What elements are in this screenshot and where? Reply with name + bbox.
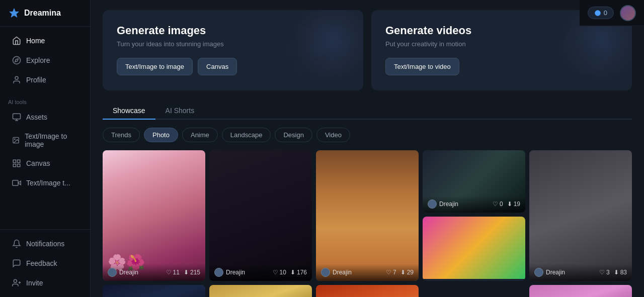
canvas-icon — [12, 159, 21, 168]
nav-text-image[interactable]: Text/Image to image — [4, 127, 86, 153]
main-nav: Home Explore Profile — [0, 27, 90, 94]
image-2-likes: ♡ 10 — [273, 269, 286, 276]
tab-ai-shorts[interactable]: AI Shorts — [155, 103, 205, 120]
svg-point-23 — [318, 49, 347, 78]
bottom-col-4 — [423, 285, 525, 297]
coin-badge[interactable]: 0 — [588, 7, 614, 19]
header-right: 0 — [580, 0, 644, 26]
image-3-avatar — [321, 268, 330, 277]
image-1: 🌸🌺 — [103, 150, 205, 281]
text-image-to-image-btn[interactable]: Text/Image to image — [117, 58, 193, 75]
image-1-likes: ♡ 11 — [166, 269, 180, 276]
nav-profile[interactable]: Profile — [4, 70, 86, 89]
nav-assets[interactable]: Assets — [4, 108, 86, 127]
explore-icon — [12, 56, 21, 65]
bell-icon — [12, 239, 21, 248]
svg-point-28 — [561, 24, 612, 74]
filter-design[interactable]: Design — [275, 128, 312, 142]
image-4-stats: ♡ 0 ⬇ 19 — [493, 201, 520, 208]
image-5-overlay: Dreajin ♡ 3 ⬇ 83 — [529, 264, 632, 281]
nav-explore[interactable]: Explore — [4, 51, 86, 70]
tools-nav: Assets Text/Image to image Canvas — [0, 107, 90, 193]
svg-point-19 — [303, 34, 333, 64]
image-2-username: Dreajin — [226, 269, 245, 276]
filter-video[interactable]: Video — [316, 128, 350, 142]
bottom-card-3[interactable] — [316, 285, 419, 297]
logo-container: Dreamina — [0, 0, 90, 27]
flower-decoration — [288, 19, 348, 79]
nav-text-image-2-label: Text/Image t... — [26, 179, 70, 187]
image-card-5[interactable]: Dreajin ♡ 3 ⬇ 83 — [529, 150, 632, 281]
image-1-overlay: Dreajin ♡ 11 ⬇ 215 — [103, 264, 205, 281]
image-card-4[interactable]: Dreajin ♡ 0 ⬇ 19 — [423, 150, 525, 213]
svg-point-26 — [288, 42, 310, 57]
filter-anime[interactable]: Anime — [182, 128, 218, 142]
svg-point-20 — [310, 19, 326, 42]
bottom-image-grid — [103, 285, 632, 297]
image-card-1[interactable]: 🌸🌺 Dreajin ♡ 11 ⬇ 215 — [103, 150, 205, 281]
hero-row: Generate images Turn your ideas into stu… — [103, 10, 632, 90]
filter-trends[interactable]: Trends — [103, 128, 140, 142]
svg-point-1 — [13, 57, 21, 64]
bottom-image-3 — [316, 285, 419, 297]
bottom-card-1[interactable] — [103, 285, 205, 297]
hero-deco-2 — [556, 19, 617, 81]
svg-point-15 — [14, 279, 17, 282]
svg-point-29 — [569, 32, 604, 67]
image-1-user: Dreajin — [108, 268, 138, 277]
nav-canvas-label: Canvas — [26, 159, 50, 167]
image-2-user: Dreajin — [214, 268, 245, 277]
gen-images-buttons: Text/Image to image Canvas — [117, 58, 349, 75]
gen-images-subtitle: Turn your ideas into stunning images — [117, 40, 349, 48]
bottom-image-2 — [209, 285, 312, 297]
feedback-icon — [12, 259, 21, 268]
user-avatar[interactable] — [620, 5, 636, 21]
image-4-user: Dreajin — [428, 200, 458, 209]
coin-icon — [594, 10, 601, 17]
gen-videos-subtitle: Put your creativity in motion — [385, 40, 618, 48]
svg-marker-13 — [18, 181, 21, 185]
nav-notifications-label: Notifications — [26, 240, 64, 248]
text-image-icon — [12, 136, 20, 145]
tab-showcase[interactable]: Showcase — [103, 103, 155, 120]
nav-feedback-label: Feedback — [26, 259, 57, 267]
hero-deco-1 — [288, 19, 348, 81]
image-card-3[interactable]: Dreajin ♡ 7 ⬇ 29 — [316, 150, 419, 281]
svg-point-24 — [310, 57, 326, 79]
nav-text-image-2[interactable]: Text/Image t... — [4, 173, 86, 192]
svg-point-22 — [326, 42, 348, 57]
image-3-overlay: Dreajin ♡ 7 ⬇ 29 — [316, 264, 419, 281]
image-card-2[interactable]: Dreajin ♡ 10 ⬇ 176 — [209, 150, 312, 281]
bottom-card-2[interactable] — [209, 285, 312, 297]
text-image-to-video-btn[interactable]: Text/Image to video — [385, 58, 459, 75]
image-4-likes: ♡ 0 — [493, 201, 503, 208]
filter-photo[interactable]: Photo — [144, 128, 178, 142]
image-grid: 🌸🌺 Dreajin ♡ 11 ⬇ 215 Dreajin — [103, 150, 632, 281]
svg-rect-9 — [13, 160, 16, 162]
bottom-card-5[interactable] — [529, 285, 632, 297]
nav-invite-label: Invite — [26, 279, 43, 287]
filter-row: Trends Photo Anime Landscape Design Vide… — [103, 128, 632, 142]
svg-point-18 — [595, 10, 601, 16]
image-4-overlay: Dreajin ♡ 0 ⬇ 19 — [423, 195, 525, 213]
main-content: 0 Generate images Turn your — [91, 0, 644, 297]
image-2 — [209, 150, 312, 281]
image-1-stats: ♡ 11 ⬇ 215 — [166, 269, 200, 276]
nav-notifications[interactable]: Notifications — [4, 234, 86, 253]
nav-invite[interactable]: Invite — [4, 273, 86, 292]
nav-home[interactable]: Home — [4, 31, 86, 50]
image-4-avatar — [428, 200, 437, 209]
image-card-6[interactable] — [423, 217, 525, 281]
canvas-btn[interactable]: Canvas — [198, 58, 237, 75]
image-3-downloads: ⬇ 29 — [400, 269, 414, 276]
filter-landscape[interactable]: Landscape — [222, 128, 271, 142]
home-icon — [12, 36, 21, 45]
image-5-likes: ♡ 3 — [599, 269, 610, 276]
assets-icon — [12, 113, 21, 122]
nav-canvas[interactable]: Canvas — [4, 154, 86, 173]
image-4-downloads: ⬇ 19 — [507, 201, 520, 208]
nav-home-label: Home — [26, 37, 45, 45]
nav-feedback[interactable]: Feedback — [4, 254, 86, 273]
image-1-avatar — [108, 268, 117, 277]
logo-text: Dreamina — [24, 9, 61, 18]
